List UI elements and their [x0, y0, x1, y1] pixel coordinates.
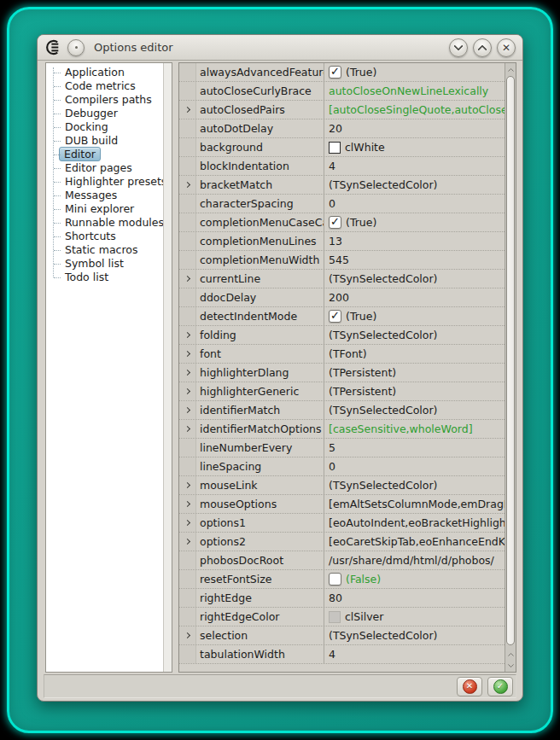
- expand-arrow-icon[interactable]: [184, 370, 190, 376]
- property-value[interactable]: 80: [324, 589, 505, 607]
- property-name[interactable]: alwaysAdvancedFeatures: [196, 63, 324, 81]
- property-name[interactable]: identifierMatchOptions: [196, 420, 324, 438]
- property-value[interactable]: (TPersistent): [324, 382, 505, 400]
- property-value[interactable]: [autoCloseSingleQuote,autoCloseD: [324, 101, 505, 119]
- property-value[interactable]: ✓ (True): [324, 307, 505, 325]
- property-row[interactable]: completionMenuWidth 545: [179, 251, 505, 270]
- property-value[interactable]: 200: [324, 288, 505, 306]
- value-checkbox[interactable]: [329, 573, 341, 586]
- sidebar-item-label[interactable]: Application: [62, 66, 127, 79]
- property-name[interactable]: folding: [196, 326, 324, 344]
- sidebar-item-label[interactable]: Todo list: [62, 271, 111, 283]
- property-value[interactable]: (TSynSelectedColor): [324, 326, 505, 344]
- property-value[interactable]: (False): [324, 570, 505, 588]
- expand-arrow-icon[interactable]: [184, 539, 190, 545]
- property-name[interactable]: rightEdgeColor: [196, 608, 324, 626]
- expand-arrow-icon[interactable]: [184, 276, 190, 282]
- property-row[interactable]: ddocDelay 200: [179, 288, 505, 307]
- property-name[interactable]: selection: [196, 626, 324, 644]
- property-value[interactable]: (TPersistent): [324, 364, 505, 382]
- property-name[interactable]: completionMenuWidth: [196, 251, 324, 269]
- property-name[interactable]: currentLine: [196, 270, 324, 288]
- property-name[interactable]: detectIndentMode: [196, 307, 324, 325]
- sidebar-item[interactable]: Highlighter presets: [46, 175, 172, 189]
- property-name[interactable]: completionMenuLines: [196, 232, 324, 250]
- expand-arrow-icon[interactable]: [184, 520, 190, 526]
- property-value[interactable]: clWhite: [324, 138, 505, 156]
- sidebar-item-label[interactable]: Shortcuts: [62, 230, 119, 242]
- value-checkbox[interactable]: ✓: [329, 216, 341, 229]
- property-value[interactable]: ✓ (True): [324, 213, 505, 231]
- property-row[interactable]: highlighterGeneric (TPersistent): [179, 382, 505, 401]
- property-row[interactable]: options2 [eoCaretSkipTab,eoEnhanceEndKe: [179, 533, 505, 551]
- property-row[interactable]: alwaysAdvancedFeatures ✓ (True): [179, 63, 505, 82]
- expand-arrow-icon[interactable]: [184, 482, 190, 488]
- titlebar[interactable]: Options editor ✕: [38, 35, 522, 61]
- sidebar-item-label[interactable]: Messages: [62, 189, 120, 201]
- sidebar-item-label[interactable]: Runnable modules: [62, 216, 166, 229]
- property-value[interactable]: (TSynSelectedColor): [324, 476, 505, 494]
- sidebar-item[interactable]: Editor pages: [46, 161, 172, 175]
- property-row[interactable]: blockIndentation 4: [179, 157, 505, 176]
- window-menu-button[interactable]: [67, 39, 85, 56]
- expand-arrow-icon[interactable]: [184, 501, 190, 507]
- property-row[interactable]: tabulationWidth 4: [179, 645, 505, 664]
- sidebar-item[interactable]: Todo list: [46, 271, 172, 284]
- property-row[interactable]: rightEdgeColor clSilver: [179, 608, 505, 626]
- sidebar-item-label[interactable]: Mini explorer: [62, 202, 137, 215]
- property-value[interactable]: (TSynSelectedColor): [324, 401, 505, 419]
- sidebar-item[interactable]: Application: [46, 66, 172, 79]
- cancel-button[interactable]: ✕: [457, 677, 482, 696]
- property-value[interactable]: 5: [324, 439, 505, 457]
- property-row[interactable]: autoClosedPairs [autoCloseSingleQuote,au…: [179, 101, 505, 119]
- property-name[interactable]: bracketMatch: [196, 176, 324, 194]
- sidebar-item-label[interactable]: Symbol list: [62, 257, 126, 270]
- property-value[interactable]: 0: [324, 457, 505, 475]
- property-row[interactable]: detectIndentMode ✓ (True): [179, 307, 505, 326]
- property-name[interactable]: autoClosedPairs: [196, 101, 324, 119]
- property-name[interactable]: highlighterDlang: [196, 364, 324, 382]
- expand-arrow-icon[interactable]: [184, 182, 190, 188]
- property-name[interactable]: resetFontSize: [196, 570, 324, 588]
- property-name[interactable]: options2: [196, 533, 324, 551]
- property-name[interactable]: completionMenuCaseCare: [196, 213, 324, 231]
- expand-arrow-icon[interactable]: [184, 351, 190, 357]
- expand-arrow-icon[interactable]: [184, 632, 190, 638]
- expand-arrow-icon[interactable]: [184, 388, 190, 394]
- property-row[interactable]: lineSpacing 0: [179, 457, 505, 476]
- property-row[interactable]: highlighterDlang (TPersistent): [179, 364, 505, 382]
- property-value[interactable]: 20: [324, 119, 505, 137]
- property-row[interactable]: identifierMatchOptions [caseSensitive,wh…: [179, 420, 505, 439]
- property-row[interactable]: mouseOptions [emAltSetsColumnMode,emDrag…: [179, 495, 505, 514]
- property-row[interactable]: phobosDocRoot /usr/share/dmd/html/d/phob…: [179, 551, 505, 570]
- sidebar-item[interactable]: Code metrics: [46, 79, 172, 93]
- property-name[interactable]: characterSpacing: [196, 195, 324, 213]
- property-name[interactable]: identifierMatch: [196, 401, 324, 419]
- property-row[interactable]: autoDotDelay 20: [179, 119, 505, 138]
- value-checkbox[interactable]: ✓: [329, 310, 341, 323]
- property-value[interactable]: (TSynSelectedColor): [324, 626, 505, 644]
- property-name[interactable]: autoCloseCurlyBrace: [196, 82, 324, 100]
- expand-arrow-icon[interactable]: [184, 332, 190, 338]
- minimize-button[interactable]: [449, 38, 468, 57]
- property-row[interactable]: completionMenuLines 13: [179, 232, 505, 251]
- sidebar-item-label[interactable]: DUB build: [62, 134, 120, 147]
- property-name[interactable]: highlighterGeneric: [196, 382, 324, 400]
- property-row[interactable]: completionMenuCaseCare ✓ (True): [179, 213, 505, 232]
- property-name[interactable]: background: [196, 138, 324, 156]
- property-value[interactable]: 13: [324, 232, 505, 250]
- sidebar-item[interactable]: Compilers paths: [46, 93, 172, 107]
- sidebar-item[interactable]: Editor: [46, 148, 172, 161]
- property-row[interactable]: folding (TSynSelectedColor): [179, 326, 505, 345]
- sidebar-item-label[interactable]: Code metrics: [62, 79, 138, 92]
- property-row[interactable]: bracketMatch (TSynSelectedColor): [179, 176, 505, 195]
- sidebar-item[interactable]: Static macros: [46, 243, 172, 257]
- property-name[interactable]: mouseOptions: [196, 495, 324, 513]
- property-value[interactable]: 4: [324, 157, 505, 175]
- property-row[interactable]: identifierMatch (TSynSelectedColor): [179, 401, 505, 420]
- property-name[interactable]: lineSpacing: [196, 457, 324, 475]
- scroll-up-button-bottom[interactable]: [505, 648, 516, 660]
- sidebar-item-label[interactable]: Highlighter presets: [62, 175, 169, 188]
- property-row[interactable]: mouseLink (TSynSelectedColor): [179, 476, 505, 495]
- property-row[interactable]: options1 [eoAutoIndent,eoBracketHighligh…: [179, 514, 505, 533]
